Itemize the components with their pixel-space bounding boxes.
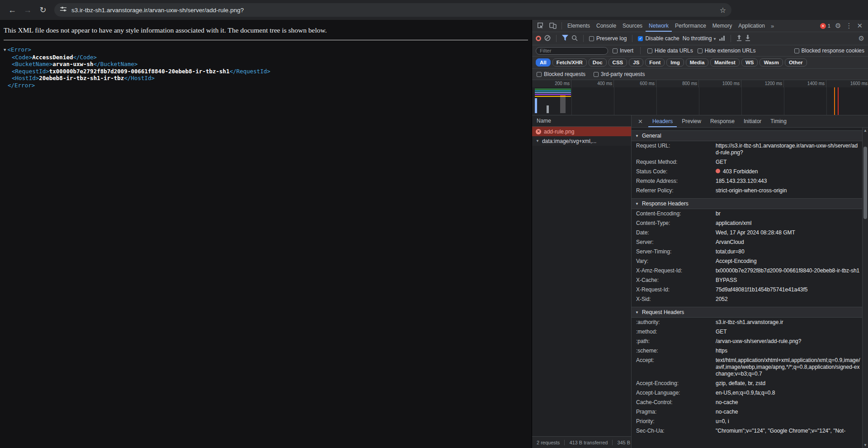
filter-chip-font[interactable]: Font bbox=[645, 58, 665, 67]
close-devtools-icon[interactable]: ✕ bbox=[857, 22, 863, 30]
reload-icon[interactable]: ↻ bbox=[35, 5, 51, 15]
devtools-tab-console[interactable]: Console bbox=[593, 20, 619, 32]
back-icon[interactable]: ← bbox=[5, 5, 20, 15]
scroll-down-icon[interactable]: ▼ bbox=[863, 443, 868, 447]
url-text[interactable]: s3.ir-tbz-sh1.arvanstorage.ir/arvan-uxw-… bbox=[71, 7, 720, 14]
clear-network-log-icon[interactable] bbox=[544, 35, 551, 43]
filter-chip-ws[interactable]: WS bbox=[741, 58, 758, 67]
devtools-tab-sources[interactable]: Sources bbox=[619, 20, 646, 32]
headers-detail: ▼GeneralRequest URL:https://s3.ir-tbz-sh… bbox=[632, 128, 868, 448]
section-header-request-headers[interactable]: ▼Request Headers bbox=[632, 307, 862, 318]
request-row[interactable]: ✕add-rule.png bbox=[532, 127, 631, 136]
xml-value: AccessDenied bbox=[32, 54, 73, 61]
devtools-tab-performance[interactable]: Performance bbox=[672, 20, 709, 32]
dcl-event-line bbox=[838, 87, 839, 115]
hide-data-urls-checkbox[interactable]: Hide data URLs bbox=[647, 48, 693, 54]
inspector-tab-response[interactable]: Response bbox=[706, 115, 739, 127]
filter-chip-img[interactable]: Img bbox=[666, 58, 684, 67]
expand-triangle-icon[interactable]: ▼ bbox=[536, 139, 539, 143]
network-conditions-icon[interactable] bbox=[719, 35, 725, 42]
timeline-gridline bbox=[784, 87, 784, 115]
site-info-icon[interactable] bbox=[60, 5, 67, 14]
filter-chip-js[interactable]: JS bbox=[629, 58, 643, 67]
devtools-tab-elements[interactable]: Elements bbox=[564, 20, 593, 32]
collapse-triangle-icon[interactable]: ▼ bbox=[4, 48, 6, 52]
checkbox-box[interactable] bbox=[594, 72, 599, 77]
settings-gear-icon[interactable]: ⚙ bbox=[835, 22, 841, 30]
search-icon[interactable] bbox=[571, 35, 578, 43]
close-inspector-icon[interactable]: ✕ bbox=[633, 118, 647, 125]
header-value: en-US,en;q=0.9,fa;q=0.8 bbox=[716, 390, 860, 396]
checkbox-box[interactable] bbox=[589, 36, 594, 41]
header-row: X-Sid:2052 bbox=[632, 295, 862, 304]
header-row: Content-Encoding:br bbox=[632, 209, 862, 219]
third-party-requests-checkbox[interactable]: 3rd-party requests bbox=[594, 71, 645, 77]
throttling-select[interactable]: No throttling ▾ bbox=[683, 35, 716, 42]
invert-checkbox[interactable]: Invert bbox=[613, 48, 633, 54]
xml-value: arvan-uxw-sh bbox=[52, 61, 93, 67]
scrollbar-thumb[interactable] bbox=[863, 147, 867, 219]
kebab-menu-icon[interactable]: ⋮ bbox=[845, 22, 852, 30]
network-overview[interactable] bbox=[532, 87, 868, 115]
inspector-tab-timing[interactable]: Timing bbox=[766, 115, 791, 127]
request-inspector: ✕ HeadersPreviewResponseInitiatorTiming … bbox=[632, 115, 868, 448]
checkbox-box[interactable] bbox=[647, 48, 652, 53]
divider bbox=[4, 40, 528, 40]
header-name: :authority: bbox=[636, 319, 716, 326]
filter-chip-manifest[interactable]: Manifest bbox=[710, 58, 740, 67]
checkbox-box[interactable] bbox=[537, 72, 542, 77]
bookmark-star-icon[interactable]: ☆ bbox=[720, 6, 726, 14]
header-value: no-cache bbox=[716, 409, 860, 415]
section-header-general[interactable]: ▼General bbox=[632, 130, 862, 141]
blocked-response-cookies-checkbox[interactable]: Blocked response cookies bbox=[794, 48, 864, 54]
checkbox-box[interactable] bbox=[613, 48, 618, 53]
header-row: Remote Address:185.143.233.120:443 bbox=[632, 176, 862, 186]
console-error-badge[interactable]: ✕ 1 bbox=[820, 23, 830, 29]
preserve-log-checkbox[interactable]: Preserve log bbox=[589, 35, 627, 42]
filter-chip-all[interactable]: All bbox=[536, 58, 551, 67]
status-dot-icon bbox=[716, 169, 720, 173]
filter-chip-fetch-xhr[interactable]: Fetch/XHR bbox=[552, 58, 587, 67]
blocked-requests-checkbox[interactable]: Blocked requests bbox=[537, 71, 585, 77]
request-row[interactable]: ▼data:image/svg+xml,... bbox=[532, 136, 631, 146]
scroll-up-icon[interactable]: ▲ bbox=[863, 129, 868, 133]
inspector-tab-initiator[interactable]: Initiator bbox=[740, 115, 765, 127]
checkbox-box[interactable] bbox=[794, 48, 799, 53]
filter-chip-css[interactable]: CSS bbox=[609, 58, 627, 67]
xml-tag: <Code> bbox=[12, 54, 32, 61]
overview-stripe bbox=[535, 92, 571, 93]
separator bbox=[583, 35, 584, 42]
checkbox-box[interactable]: ✓ bbox=[638, 36, 643, 41]
checkbox-box[interactable] bbox=[698, 48, 703, 53]
header-value: s3.ir-tbz-sh1.arvanstorage.ir bbox=[716, 319, 860, 326]
scrollbar[interactable]: ▲ ▼ bbox=[862, 128, 868, 448]
device-toolbar-icon[interactable] bbox=[547, 22, 559, 30]
filter-chip-wasm[interactable]: Wasm bbox=[760, 58, 783, 67]
inspector-tab-preview[interactable]: Preview bbox=[678, 115, 705, 127]
load-event-line bbox=[834, 87, 835, 115]
filter-chip-doc[interactable]: Doc bbox=[589, 58, 607, 67]
devtools-tab-network[interactable]: Network bbox=[646, 20, 672, 32]
filter-chip-other[interactable]: Other bbox=[785, 58, 807, 67]
filter-funnel-icon[interactable] bbox=[562, 35, 568, 42]
devtools-tab-memory[interactable]: Memory bbox=[709, 20, 735, 32]
more-tabs-icon[interactable]: » bbox=[768, 23, 777, 29]
hide-extension-urls-checkbox[interactable]: Hide extension URLs bbox=[698, 48, 756, 54]
inspector-tab-headers[interactable]: Headers bbox=[648, 115, 677, 127]
network-settings-gear-icon[interactable]: ⚙ bbox=[859, 34, 864, 43]
xml-line: </Error> bbox=[0, 82, 532, 89]
section-header-response-headers[interactable]: ▼Response Headers bbox=[632, 198, 862, 209]
filter-chip-media[interactable]: Media bbox=[686, 58, 709, 67]
header-name: X-Request-Id: bbox=[636, 286, 716, 293]
address-bar[interactable]: s3.ir-tbz-sh1.arvanstorage.ir/arvan-uxw-… bbox=[54, 3, 731, 17]
disable-cache-checkbox[interactable]: ✓ Disable cache bbox=[638, 35, 679, 42]
header-name: :path: bbox=[636, 338, 716, 345]
import-har-icon[interactable] bbox=[736, 35, 742, 43]
xml-style-notice: This XML file does not appear to have an… bbox=[0, 20, 532, 34]
record-network-log-icon[interactable] bbox=[536, 36, 541, 41]
devtools-tab-application[interactable]: Application bbox=[735, 20, 768, 32]
name-column-header[interactable]: Name bbox=[532, 115, 631, 127]
export-har-icon[interactable] bbox=[745, 35, 750, 43]
inspect-element-icon[interactable] bbox=[534, 22, 547, 30]
filter-input[interactable] bbox=[536, 47, 608, 55]
